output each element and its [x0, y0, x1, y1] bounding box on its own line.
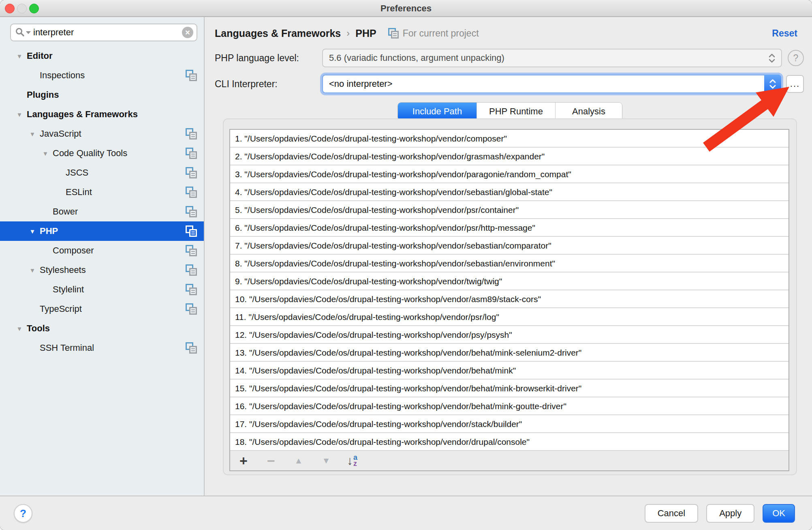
breadcrumb-current: PHP	[355, 28, 376, 39]
include-path-row[interactable]: 17. "/Users/opdavies/Code/os/drupal-test…	[230, 415, 788, 433]
per-project-settings-icon	[185, 167, 197, 179]
per-project-settings-icon	[185, 186, 197, 198]
sidebar-item-javascript[interactable]: ▼JavaScript	[0, 124, 204, 144]
language-level-select[interactable]: 5.6 (variadic functions, argument unpack…	[322, 49, 782, 67]
expand-arrow-icon[interactable]: ▼	[12, 325, 27, 332]
per-project-settings-icon	[185, 128, 197, 140]
remove-icon: −	[264, 453, 278, 469]
include-path-row[interactable]: 10. "/Users/opdavies/Code/os/drupal-test…	[230, 290, 788, 308]
expand-arrow-icon[interactable]: ▼	[12, 111, 27, 118]
include-path-row[interactable]: 16. "/Users/opdavies/Code/os/drupal-test…	[230, 397, 788, 415]
move-up-icon: ▲	[292, 456, 306, 466]
expand-arrow-icon[interactable]: ▼	[38, 150, 53, 157]
include-path-row[interactable]: 7. "/Users/opdavies/Code/os/drupal-testi…	[230, 237, 788, 255]
search-box[interactable]: ✕	[10, 24, 197, 41]
per-project-settings-icon	[185, 342, 197, 354]
tab-include-path[interactable]: Include Path	[398, 103, 477, 120]
reset-link[interactable]: Reset	[772, 28, 797, 39]
preferences-window: Preferences ✕ ▼EditorInspectionsPlugins▼…	[0, 0, 812, 530]
sidebar-item-label: JavaScript	[40, 129, 81, 139]
ok-button[interactable]: OK	[763, 504, 795, 523]
sidebar-item-stylesheets[interactable]: ▼Stylesheets	[0, 260, 204, 280]
include-path-row[interactable]: 1. "/Users/opdavies/Code/os/drupal-testi…	[230, 130, 788, 148]
sidebar-item-label: Tools	[27, 323, 50, 334]
per-project-settings-icon	[185, 303, 197, 315]
include-path-row[interactable]: 11. "/Users/opdavies/Code/os/drupal-test…	[230, 308, 788, 326]
sidebar-item-label: Stylesheets	[40, 265, 86, 275]
dialog-buttons: Cancel Apply OK	[645, 504, 795, 523]
search-icon	[15, 27, 31, 38]
stepper-icon[interactable]	[767, 52, 777, 64]
clear-search-icon[interactable]: ✕	[182, 27, 193, 38]
php-settings-page: Languages & Frameworks › PHP For current…	[205, 17, 812, 496]
include-path-row[interactable]: 9. "/Users/opdavies/Code/os/drupal-testi…	[230, 273, 788, 290]
per-project-settings-icon	[185, 283, 197, 296]
search-input[interactable]	[31, 27, 182, 38]
sidebar-item-label: JSCS	[66, 167, 88, 178]
per-project-settings-icon	[185, 69, 197, 82]
include-path-list: 1. "/Users/opdavies/Code/os/drupal-testi…	[230, 130, 788, 451]
per-project-settings-icon	[185, 264, 197, 276]
language-level-value: 5.6 (variadic functions, argument unpack…	[323, 53, 504, 63]
help-button[interactable]: ?	[14, 504, 32, 523]
language-level-label: PHP language level:	[215, 53, 299, 64]
sidebar-item-languages-frameworks[interactable]: ▼Languages & Frameworks	[0, 105, 204, 124]
sidebar-item-label: Stylelint	[53, 284, 84, 295]
sidebar-item-bower[interactable]: Bower	[0, 202, 204, 221]
cli-interpreter-value: <no interpreter>	[323, 79, 393, 89]
expand-arrow-icon[interactable]: ▼	[25, 228, 40, 235]
include-path-row[interactable]: 4. "/Users/opdavies/Code/os/drupal-testi…	[230, 183, 788, 201]
browse-interpreters-button[interactable]: ...	[786, 75, 804, 93]
include-path-row[interactable]: 15. "/Users/opdavies/Code/os/drupal-test…	[230, 380, 788, 397]
include-path-row[interactable]: 6. "/Users/opdavies/Code/os/drupal-testi…	[230, 219, 788, 237]
sidebar-item-label: Plugins	[27, 90, 59, 100]
title-bar: Preferences	[0, 0, 812, 17]
expand-arrow-icon[interactable]: ▼	[25, 131, 40, 137]
include-path-listbox: 1. "/Users/opdavies/Code/os/drupal-testi…	[229, 129, 789, 471]
breadcrumb-separator-icon: ›	[346, 28, 350, 39]
scope-indicator: For current project	[388, 28, 479, 39]
sidebar-item-tools[interactable]: ▼Tools	[0, 319, 204, 338]
sidebar-item-label: SSH Terminal	[40, 343, 94, 353]
include-path-row[interactable]: 13. "/Users/opdavies/Code/os/drupal-test…	[230, 344, 788, 362]
per-project-settings-icon	[185, 225, 197, 237]
per-project-settings-icon	[185, 206, 197, 218]
include-path-row[interactable]: 12. "/Users/opdavies/Code/os/drupal-test…	[230, 326, 788, 344]
include-path-row[interactable]: 2. "/Users/opdavies/Code/os/drupal-testi…	[230, 148, 788, 165]
sidebar-item-eslint[interactable]: ESLint	[0, 182, 204, 202]
sidebar-item-composer[interactable]: Composer	[0, 241, 204, 260]
window-title: Preferences	[0, 0, 812, 17]
language-level-help-icon[interactable]: ?	[788, 50, 804, 66]
sidebar-item-jscs[interactable]: JSCS	[0, 163, 204, 182]
cli-interpreter-select[interactable]: <no interpreter>	[322, 75, 781, 93]
include-path-row[interactable]: 18. "/Users/opdavies/Code/os/drupal-test…	[230, 433, 788, 451]
sidebar-item-stylelint[interactable]: Stylelint	[0, 280, 204, 299]
sidebar-item-label: ESLint	[66, 187, 92, 197]
cancel-button[interactable]: Cancel	[645, 504, 698, 523]
add-icon[interactable]: +	[237, 453, 250, 469]
include-path-panel: 1. "/Users/opdavies/Code/os/drupal-testi…	[223, 118, 797, 475]
dialog-footer: ? Cancel Apply OK	[0, 496, 812, 530]
include-path-row[interactable]: 14. "/Users/opdavies/Code/os/drupal-test…	[230, 362, 788, 380]
sidebar-item-ssh-terminal[interactable]: SSH Terminal	[0, 338, 204, 358]
per-project-settings-icon	[185, 245, 197, 257]
expand-arrow-icon[interactable]: ▼	[12, 53, 27, 60]
include-path-row[interactable]: 8. "/Users/opdavies/Code/os/drupal-testi…	[230, 255, 788, 273]
sidebar-item-php[interactable]: ▼PHP	[0, 221, 204, 241]
breadcrumb-parent: Languages & Frameworks	[215, 28, 341, 39]
cli-interpreter-label: CLI Interpreter:	[215, 79, 278, 90]
include-path-row[interactable]: 5. "/Users/opdavies/Code/os/drupal-testi…	[230, 201, 788, 219]
sort-alphabetically-icon[interactable]: ↓az	[347, 454, 357, 468]
tab-analysis[interactable]: Analysis	[556, 103, 622, 120]
include-path-row[interactable]: 3. "/Users/opdavies/Code/os/drupal-testi…	[230, 165, 788, 183]
sidebar-item-inspections[interactable]: Inspections	[0, 66, 204, 85]
expand-arrow-icon[interactable]: ▼	[25, 267, 40, 274]
sidebar-item-code-quality-tools[interactable]: ▼Code Quality Tools	[0, 144, 204, 163]
search-options-caret-icon[interactable]	[26, 31, 31, 34]
sidebar-item-typescript[interactable]: TypeScript	[0, 299, 204, 319]
stepper-icon[interactable]	[764, 75, 781, 93]
apply-button[interactable]: Apply	[706, 504, 754, 523]
sidebar-item-plugins[interactable]: Plugins	[0, 85, 204, 105]
tab-php-runtime[interactable]: PHP Runtime	[477, 103, 556, 120]
sidebar-item-editor[interactable]: ▼Editor	[0, 46, 204, 66]
